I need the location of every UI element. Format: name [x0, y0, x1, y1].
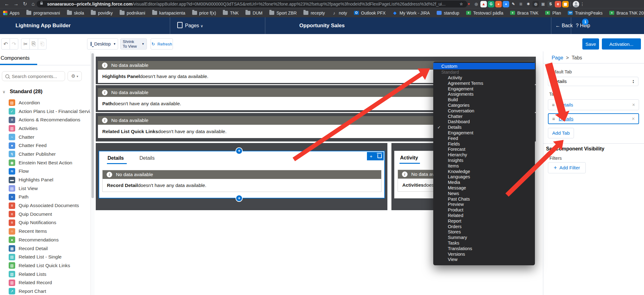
browser-reload-icon[interactable]: ↻ [23, 1, 27, 7]
dropdown-option[interactable]: ✓Details [433, 125, 535, 130]
dropdown-option[interactable]: Build [433, 97, 535, 103]
standard-section-header[interactable]: ∨Standard (28) [2, 89, 42, 94]
bookmark-item[interactable]: Apps [3, 11, 20, 15]
browser-profile-avatar[interactable] [573, 1, 579, 7]
add-component-top-button[interactable]: + [236, 148, 242, 154]
component-list-item[interactable]: ≡Quip Document [0, 210, 90, 219]
bookmark-item[interactable]: kartapacienta [152, 11, 185, 15]
dropdown-option[interactable]: View [433, 257, 535, 262]
move-component-button[interactable]: + [367, 152, 375, 160]
component-list-item[interactable]: ▥Activities [0, 124, 90, 133]
default-tab-select[interactable]: Details▲▼ [548, 77, 638, 86]
dropdown-option[interactable]: Agreement Terms [433, 81, 535, 86]
bookmark-item[interactable]: +Braca TNK [510, 11, 538, 15]
component-list-item[interactable]: »Path [0, 193, 90, 202]
bookmark-item[interactable]: OOutlook PFX [354, 11, 386, 15]
component-list-item[interactable]: ▤Related List - Single [0, 253, 90, 261]
bookmark-item[interactable]: TPTrainingPeaks [568, 11, 602, 15]
extension-icon[interactable]: ✳ [525, 1, 532, 7]
tabs-component[interactable]: Details Details + iNo data available Rec… [99, 151, 385, 198]
bookmark-item[interactable]: Sport ZBR [269, 11, 297, 15]
tab-details-2[interactable]: Details [139, 155, 155, 161]
dropdown-option[interactable]: Chatter [433, 114, 535, 119]
bookmark-item[interactable]: recepty [303, 11, 325, 15]
dropdown-option[interactable]: Product [433, 207, 535, 213]
search-components-input[interactable]: Search components... [2, 71, 65, 81]
tab-list-item-1[interactable]: ≡Details× [548, 99, 639, 110]
dropdown-option[interactable]: Categories [433, 103, 535, 108]
redo-button[interactable]: ↷ [10, 38, 18, 50]
extension-icon[interactable]: G [488, 1, 494, 7]
component-list-item[interactable]: ≡Quip Notifications [0, 219, 90, 227]
dropdown-option[interactable]: Versions [433, 252, 535, 257]
component-list-item[interactable]: ≋Flow [0, 167, 90, 176]
component-list-item[interactable]: ~Chatter [0, 133, 90, 141]
browser-forward-icon[interactable]: → [14, 1, 19, 7]
component-list-item[interactable]: ≡Quip Associated Documents [0, 201, 90, 210]
extension-icon[interactable]: ✎ [510, 1, 517, 7]
dropdown-option[interactable]: Engagement [433, 86, 535, 92]
dropdown-option[interactable]: Knowledge [433, 169, 535, 175]
dropdown-option[interactable]: News [433, 191, 535, 197]
bookmark-item[interactable]: podnikani [120, 11, 145, 15]
bookmark-item[interactable]: ◆My Work - JIRA [392, 11, 430, 15]
record-detail-component[interactable]: iNo data available Record Detail doesn't… [102, 170, 382, 192]
component-list-item[interactable]: ●Chatter Feed [0, 141, 90, 150]
extension-icon[interactable]: ● [503, 1, 509, 7]
dropdown-option[interactable]: Languages [433, 174, 535, 180]
component-list-item[interactable]: ↯Chatter Publisher [0, 150, 90, 158]
drag-handle-icon[interactable]: ≡ [552, 116, 555, 121]
remove-tab-icon[interactable]: × [632, 116, 635, 122]
tab-list-item-2[interactable]: ≡Details× [548, 113, 639, 124]
dropdown-option[interactable]: Activity [433, 75, 535, 81]
remove-tab-icon[interactable]: × [632, 102, 635, 108]
extension-icon[interactable]: ● [495, 1, 502, 7]
bookmark-item[interactable]: ♪noty [332, 11, 347, 15]
delete-component-button[interactable] [375, 152, 384, 160]
breadcrumb-page-link[interactable]: Page [552, 55, 563, 60]
bookmark-item[interactable]: TNK [223, 11, 239, 15]
dropdown-option[interactable]: Conversation [433, 108, 535, 114]
dropdown-option-custom[interactable]: Custom [433, 63, 535, 69]
bookmark-item[interactable]: DUM [245, 11, 262, 15]
add-filter-button[interactable]: +Add Filter [548, 162, 586, 173]
dropdown-option[interactable]: Message [433, 185, 535, 191]
component-list-item[interactable]: ▧Related Lists [0, 270, 90, 279]
extension-icon[interactable]: ◍ [532, 1, 539, 7]
activation-button[interactable]: Activation... [602, 38, 641, 50]
dropdown-option[interactable]: Hierarchy [433, 152, 535, 158]
extension-icon[interactable]: ▦ [562, 1, 569, 7]
dropdown-option[interactable]: Related [433, 213, 535, 219]
tab-activity[interactable]: Activity [400, 155, 418, 161]
dropdown-option[interactable]: Summary [433, 235, 535, 241]
component-list-item[interactable]: ▬Highlights Panel [0, 176, 90, 184]
bookmark-item[interactable]: +Plan [545, 11, 561, 15]
dropdown-option[interactable]: Insights [433, 158, 535, 163]
back-button[interactable]: ← Back [555, 17, 573, 34]
dropdown-option[interactable]: Tasks [433, 241, 535, 246]
component-list-item[interactable]: ▥Related Record [0, 278, 90, 287]
bookmark-item[interactable]: skola [67, 11, 84, 15]
dropdown-option[interactable]: Items [433, 163, 535, 169]
dropdown-option[interactable]: Media [433, 180, 535, 185]
component-list-item[interactable]: ▤Accordion [0, 98, 90, 107]
undo-button[interactable]: ↶ [1, 38, 10, 50]
add-component-bottom-button[interactable]: + [236, 195, 242, 201]
browser-back-icon[interactable]: ← [4, 1, 9, 7]
component-list-item[interactable]: ◉Einstein Next Best Action [0, 158, 90, 167]
dropdown-option[interactable]: Report [433, 219, 535, 224]
zoom-selector[interactable]: Shrink To View▼ [120, 38, 147, 50]
component-filter-button[interactable]: ⚙▾ [68, 71, 82, 81]
dropdown-option[interactable]: Engagement [433, 130, 535, 136]
tab-details-1[interactable]: Details [108, 155, 124, 161]
bookmark-item[interactable]: price f(x) [192, 11, 216, 15]
component-list-item[interactable]: ≡Actions & Recommendations [0, 115, 90, 124]
dropdown-option[interactable]: Forecast [433, 147, 535, 152]
browser-home-icon[interactable]: ⌂ [32, 1, 35, 7]
copy-button[interactable]: ⎘ [29, 38, 38, 50]
dropdown-option[interactable]: Past Chats [433, 197, 535, 202]
extension-icon[interactable]: ≣ [518, 1, 524, 7]
dropdown-option[interactable]: Preview [433, 202, 535, 207]
bookmark-item[interactable]: +Testovací pádla [466, 11, 503, 15]
drag-handle-icon[interactable]: ≡ [552, 102, 555, 107]
